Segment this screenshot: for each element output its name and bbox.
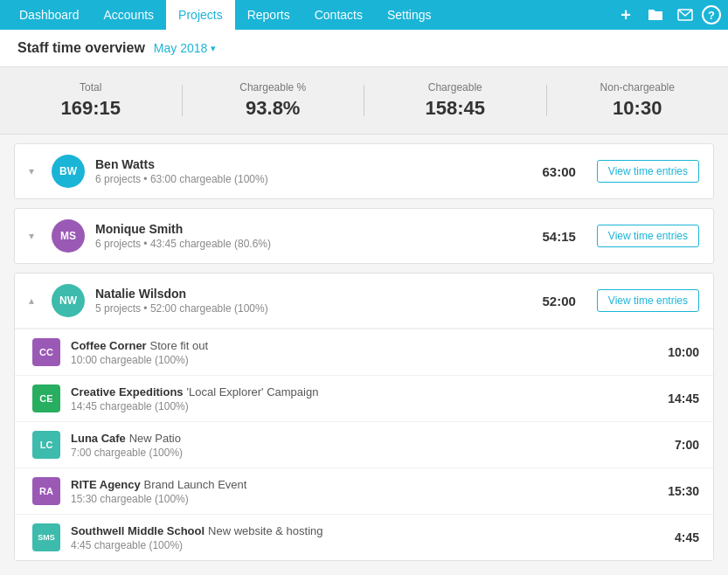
expand-chevron-natalie-wilsdon[interactable]: ▴ [29,294,41,307]
project-name-creative-expeditions: Creative Expeditions [71,385,184,398]
staff-name-monique-smith: Monique Smith [95,222,531,236]
summary-total-value: 169:15 [0,97,182,120]
content-area: ▾ BW Ben Watts 6 projects • 63:00 charge… [0,135,728,575]
staff-sub-natalie-wilsdon: 5 projects • 52:00 chargeable (100%) [95,302,531,315]
nav-action-icons: + ? [613,2,721,28]
project-row-creative-expeditions: CE Creative Expeditions 'Local Explorer'… [15,375,713,421]
project-time-southwell: 4:45 [675,530,699,544]
summary-non-chargeable-label: Non-chargeable [547,81,729,94]
staff-row-ben-watts: ▾ BW Ben Watts 6 projects • 63:00 charge… [15,144,713,198]
summary-chargeable-pct: Chargeable % 93.8% [183,81,364,120]
project-row-southwell: SMS Southwell Middle School New website … [15,514,713,560]
avatar-monique-smith: MS [52,219,85,253]
view-time-entries-ben-watts[interactable]: View time entries [597,160,699,183]
nav-item-contacts[interactable]: Contacts [302,0,375,30]
subheader: Staff time overview May 2018 ▾ [0,30,728,67]
project-sub-luna-cafe: 7:00 chargeable (100%) [71,447,664,459]
project-avatar-southwell: SMS [32,523,60,551]
project-task-coffee-corner: Store fit out [150,339,208,352]
top-nav: Dashboard Accounts Projects Reports Cont… [0,0,728,30]
nav-item-settings[interactable]: Settings [375,0,444,30]
expand-chevron-monique-smith[interactable]: ▾ [29,230,41,242]
nav-item-dashboard[interactable]: Dashboard [7,0,92,30]
project-name-coffee-corner: Coffee Corner [71,339,147,352]
project-row-coffee-corner: CC Coffee Corner Store fit out 10:00 cha… [15,329,713,375]
summary-chargeable-pct-value: 93.8% [183,97,364,120]
project-time-creative-expeditions: 14:45 [668,391,699,405]
project-time-coffee-corner: 10:00 [668,345,699,359]
date-label: May 2018 [154,41,207,55]
project-time-luna-cafe: 7:00 [675,438,699,452]
chevron-down-icon: ▾ [211,43,216,54]
project-name-southwell: Southwell Middle School [71,524,205,537]
project-sub-rite-agency: 15:30 chargeable (100%) [71,493,657,505]
summary-chargeable-value: 158:45 [364,97,546,120]
project-avatar-creative-expeditions: CE [32,384,60,412]
avatar-ben-watts: BW [52,155,85,188]
staff-name-natalie-wilsdon: Natalie Wilsdon [95,287,531,301]
staff-row-natalie-wilsdon: ▴ NW Natalie Wilsdon 5 projects • 52:00 … [15,274,713,329]
project-time-rite-agency: 15:30 [668,484,699,498]
project-avatar-luna-cafe: LC [32,431,60,459]
expand-chevron-ben-watts[interactable]: ▾ [29,165,41,177]
project-name-luna-cafe: Luna Cafe [71,432,126,445]
folder-icon[interactable] [642,2,669,28]
project-task-rite-agency: Brand Launch Event [144,478,247,491]
project-avatar-coffee-corner: CC [32,338,60,366]
add-icon[interactable]: + [613,2,639,28]
project-avatar-rite-agency: RA [32,477,60,505]
project-task-luna-cafe: New Patio [129,432,181,445]
avatar-natalie-wilsdon: NW [52,284,85,317]
nav-item-projects[interactable]: Projects [166,0,235,30]
date-picker[interactable]: May 2018 ▾ [154,41,216,55]
staff-sub-monique-smith: 6 projects • 43:45 chargeable (80.6%) [95,238,531,250]
summary-chargeable-label: Chargeable [364,81,546,94]
project-task-southwell: New website & hosting [208,524,323,537]
staff-time-ben-watts: 63:00 [542,164,575,179]
staff-card-monique-smith: ▾ MS Monique Smith 6 projects • 43:45 ch… [14,208,714,264]
summary-non-chargeable: Non-chargeable 10:30 [547,81,729,120]
project-list-natalie: CC Coffee Corner Store fit out 10:00 cha… [15,329,713,560]
project-sub-creative-expeditions: 14:45 chargeable (100%) [71,400,657,412]
staff-time-natalie-wilsdon: 52:00 [542,294,575,308]
project-sub-coffee-corner: 10:00 chargeable (100%) [71,354,657,366]
view-time-entries-natalie-wilsdon[interactable]: View time entries [597,289,699,312]
summary-bar: Total 169:15 Chargeable % 93.8% Chargeab… [0,67,728,135]
staff-name-ben-watts: Ben Watts [95,157,531,171]
page-title: Staff time overview [17,40,145,56]
view-time-entries-monique-smith[interactable]: View time entries [597,225,699,247]
staff-row-monique-smith: ▾ MS Monique Smith 6 projects • 43:45 ch… [15,209,713,263]
summary-total: Total 169:15 [0,81,182,120]
summary-non-chargeable-value: 10:30 [547,97,729,120]
staff-time-monique-smith: 54:15 [542,229,575,244]
staff-card-ben-watts: ▾ BW Ben Watts 6 projects • 63:00 charge… [14,143,714,199]
nav-item-reports[interactable]: Reports [235,0,302,30]
mail-icon[interactable] [672,2,698,28]
help-icon[interactable]: ? [702,5,721,24]
summary-chargeable-pct-label: Chargeable % [183,81,364,94]
summary-chargeable: Chargeable 158:45 [364,81,546,120]
staff-card-natalie-wilsdon: ▴ NW Natalie Wilsdon 5 projects • 52:00 … [14,273,714,561]
staff-sub-ben-watts: 6 projects • 63:00 chargeable (100%) [95,173,531,185]
project-sub-southwell: 4:45 chargeable (100%) [71,539,664,551]
project-row-luna-cafe: LC Luna Cafe New Patio 7:00 chargeable (… [15,421,713,468]
project-name-rite-agency: RITE Agency [71,478,141,491]
project-task-creative-expeditions: 'Local Explorer' Campaign [187,385,319,398]
nav-item-accounts[interactable]: Accounts [92,0,167,30]
summary-total-label: Total [0,81,182,94]
project-row-rite-agency: RA RITE Agency Brand Launch Event 15:30 … [15,468,713,514]
